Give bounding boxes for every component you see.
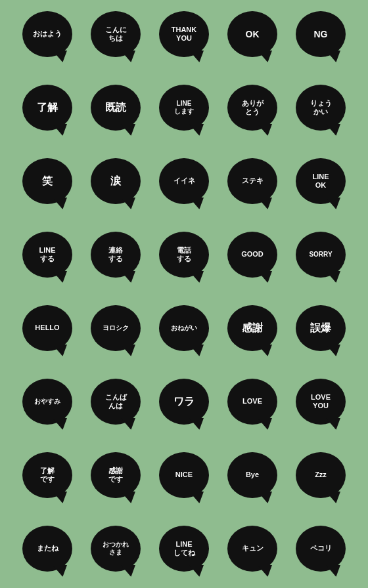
sticker-text-10: りょうかい	[309, 98, 333, 117]
sticker-text-12: 涙	[109, 173, 122, 188]
sticker-text-15: LINEOK	[311, 171, 330, 191]
sticker-14[interactable]: ステキ	[219, 148, 285, 214]
sticker-text-30: LOVEYOU	[310, 392, 332, 411]
sticker-text-2: こんにちは	[104, 24, 128, 44]
sticker-21[interactable]: HELLO	[14, 295, 80, 361]
sticker-7[interactable]: 既読	[83, 75, 149, 140]
sticker-13[interactable]: イイネ	[151, 148, 217, 214]
sticker-text-33: NICE	[174, 469, 194, 480]
sticker-28[interactable]: ワラ	[151, 369, 217, 434]
sticker-37[interactable]: おつかれさま	[83, 516, 149, 581]
sticker-text-1: おはよう	[32, 28, 63, 39]
sticker-38[interactable]: LINEしてね	[151, 516, 217, 581]
sticker-30[interactable]: LOVEYOU	[288, 369, 354, 434]
sticker-text-32: 感謝です	[107, 465, 124, 485]
sticker-text-28: ワラ	[172, 394, 196, 409]
sticker-34[interactable]: Bye	[219, 442, 285, 508]
sticker-text-20: SORRY	[308, 249, 333, 260]
sticker-29[interactable]: LOVE	[219, 369, 285, 434]
sticker-text-38: LINEしてね	[172, 539, 196, 558]
sticker-text-27: こんばんは	[104, 392, 128, 411]
sticker-text-3: THANKYOU	[170, 24, 198, 44]
sticker-text-17: 連絡する	[107, 245, 124, 264]
sticker-26[interactable]: おやすみ	[14, 369, 80, 434]
sticker-15[interactable]: LINEOK	[288, 148, 354, 214]
sticker-text-5: NG	[313, 28, 329, 41]
sticker-5[interactable]: NG	[288, 1, 354, 67]
sticker-text-16: LINEする	[37, 245, 57, 264]
sticker-text-31: 了解です	[39, 465, 56, 485]
sticker-text-22: ヨロシク	[101, 323, 130, 333]
sticker-31[interactable]: 了解です	[14, 442, 80, 508]
sticker-text-7: 既読	[104, 100, 127, 115]
sticker-20[interactable]: SORRY	[288, 222, 354, 287]
sticker-text-9: ありがとう	[241, 98, 265, 117]
sticker-9[interactable]: ありがとう	[219, 75, 285, 140]
sticker-11[interactable]: 笑	[14, 148, 80, 214]
sticker-23[interactable]: おねがい	[151, 295, 217, 361]
sticker-grid: おはようこんにちはTHANKYOUOKNG了解既読LINEしますありがとうりょう…	[8, 0, 360, 588]
sticker-8[interactable]: LINEします	[151, 75, 217, 140]
sticker-text-29: LOVE	[241, 396, 264, 407]
sticker-text-25: 誤爆	[309, 320, 333, 335]
sticker-text-19: GOOD	[240, 249, 265, 260]
sticker-35[interactable]: Zzz	[288, 442, 354, 508]
sticker-1[interactable]: おはよう	[14, 1, 80, 67]
sticker-text-13: イイネ	[172, 175, 196, 186]
sticker-33[interactable]: NICE	[151, 442, 217, 508]
sticker-text-6: 了解	[35, 100, 59, 115]
sticker-2[interactable]: こんにちは	[83, 1, 149, 67]
sticker-text-34: Bye	[244, 469, 260, 480]
sticker-text-4: OK	[244, 28, 261, 41]
sticker-text-40: ペコリ	[309, 543, 333, 554]
sticker-17[interactable]: 連絡する	[83, 222, 149, 287]
sticker-text-24: 感謝	[241, 320, 264, 335]
sticker-24[interactable]: 感謝	[219, 295, 285, 361]
sticker-18[interactable]: 電話する	[151, 222, 217, 287]
sticker-text-11: 笑	[41, 173, 54, 188]
sticker-text-36: またね	[35, 543, 60, 554]
sticker-12[interactable]: 涙	[83, 148, 149, 214]
sticker-3[interactable]: THANKYOU	[151, 1, 217, 67]
sticker-10[interactable]: りょうかい	[288, 75, 354, 140]
sticker-39[interactable]: キュン	[219, 516, 285, 581]
sticker-22[interactable]: ヨロシク	[83, 295, 149, 361]
sticker-16[interactable]: LINEする	[14, 222, 80, 287]
sticker-text-8: LINEします	[173, 98, 195, 117]
sticker-text-37: おつかれさま	[101, 539, 130, 558]
sticker-32[interactable]: 感謝です	[83, 442, 149, 508]
sticker-text-14: ステキ	[241, 175, 265, 186]
sticker-27[interactable]: こんばんは	[83, 369, 149, 434]
sticker-text-23: おねがい	[170, 323, 198, 333]
sticker-text-21: HELLO	[34, 322, 60, 333]
sticker-6[interactable]: 了解	[14, 75, 80, 140]
sticker-text-26: おやすみ	[33, 396, 62, 407]
sticker-40[interactable]: ペコリ	[288, 516, 354, 581]
sticker-text-18: 電話する	[175, 245, 193, 264]
sticker-4[interactable]: OK	[219, 1, 285, 67]
sticker-19[interactable]: GOOD	[219, 222, 285, 287]
sticker-36[interactable]: またね	[14, 516, 80, 581]
sticker-25[interactable]: 誤爆	[288, 295, 354, 361]
sticker-text-35: Zzz	[313, 469, 328, 480]
sticker-text-39: キュン	[241, 543, 265, 554]
